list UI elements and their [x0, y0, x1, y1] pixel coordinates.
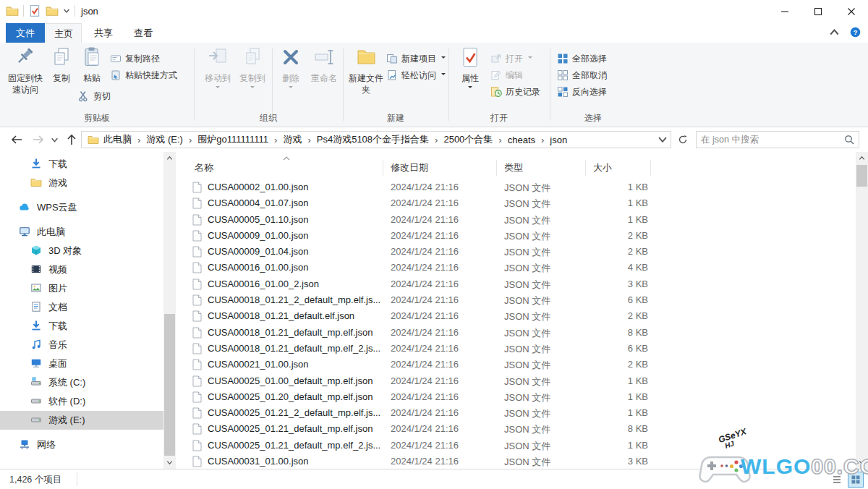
- sidebar-item-folder[interactable]: 游戏: [0, 174, 163, 192]
- file-row[interactable]: CUSA00025_01.21_default_mp.elf.json2024/…: [176, 421, 856, 437]
- file-row[interactable]: CUSA00016_01.00_2.json2024/1/24 21:16JSO…: [176, 276, 856, 292]
- delete-button[interactable]: 删除: [276, 46, 305, 90]
- breadcrumb-separator[interactable]: ›: [189, 135, 192, 145]
- column-header-type[interactable]: 类型: [504, 161, 523, 174]
- cut-button[interactable]: 剪切: [78, 89, 111, 103]
- file-row[interactable]: CUSA00018_01.21_2_default_mp.elf.js...20…: [176, 292, 856, 308]
- search-input[interactable]: [701, 135, 844, 145]
- file-row[interactable]: CUSA00005_01.10.json2024/1/24 21:16JSON …: [176, 212, 856, 228]
- qat-customize-chevron-icon[interactable]: [63, 7, 70, 14]
- new-folder-icon[interactable]: [46, 4, 59, 17]
- tab-view[interactable]: 查看: [125, 23, 161, 43]
- file-row[interactable]: CUSA00016_01.00.json2024/1/24 21:16JSON …: [176, 260, 856, 276]
- sidebar-item-network[interactable]: 网络: [0, 435, 163, 454]
- breadcrumb-separator[interactable]: ›: [274, 135, 277, 145]
- column-header-name[interactable]: 名称: [195, 161, 213, 174]
- file-row[interactable]: CUSA00025_01.21_default_mp.elf_2.js...20…: [176, 438, 856, 454]
- sidebar-item-download[interactable]: 下载: [0, 155, 163, 174]
- properties-button[interactable]: 属性: [454, 46, 486, 90]
- pin-to-quick-access-button[interactable]: 固定到快速访问: [4, 46, 46, 95]
- sidebar-item-music[interactable]: 音乐: [0, 336, 163, 354]
- minimize-button[interactable]: [768, 0, 801, 23]
- close-button[interactable]: [835, 0, 868, 23]
- sidebar-item-desktop[interactable]: 桌面: [0, 354, 163, 373]
- breadcrumb-separator[interactable]: ›: [307, 135, 310, 145]
- rename-button[interactable]: 重命名: [307, 46, 341, 85]
- paste-button[interactable]: 粘贴: [77, 46, 107, 85]
- copy-to-button[interactable]: 复制到: [236, 46, 269, 90]
- tab-share[interactable]: 共享: [85, 23, 122, 43]
- move-to-button[interactable]: 移动到: [201, 46, 234, 90]
- scroll-down-arrow[interactable]: [856, 456, 868, 469]
- open-button[interactable]: 打开: [490, 51, 532, 66]
- scroll-up-arrow[interactable]: [163, 152, 176, 164]
- select-none-button[interactable]: 全部取消: [557, 68, 607, 82]
- tab-file[interactable]: 文件: [6, 23, 45, 43]
- scrollbar-thumb[interactable]: [856, 165, 867, 187]
- paste-shortcut-button[interactable]: 粘贴快捷方式: [110, 68, 177, 82]
- back-button[interactable]: [10, 133, 23, 146]
- file-row[interactable]: CUSA00018_01.21_default_mp.elf_2.js...20…: [176, 341, 856, 357]
- edit-button[interactable]: 编辑: [490, 68, 523, 82]
- file-row[interactable]: CUSA00025_01.21_2_default_mp.elf.js...20…: [176, 405, 856, 421]
- sidebar-item-video[interactable]: 视频: [0, 260, 163, 279]
- sidebar-item-cloud[interactable]: WPS云盘: [0, 198, 163, 217]
- breadcrumb-separator[interactable]: ›: [541, 135, 544, 145]
- sidebar-item-doc[interactable]: 文档: [0, 298, 163, 317]
- sidebar-item-drive[interactable]: 游戏 (E:): [0, 411, 163, 430]
- file-row[interactable]: CUSA00002_01.00.json2024/1/24 21:16JSON …: [176, 179, 856, 195]
- file-row[interactable]: CUSA00025_01.00_default_mp.elf.json2024/…: [176, 373, 856, 389]
- breadcrumb-item[interactable]: cheats: [506, 135, 537, 145]
- collapse-ribbon-icon[interactable]: [829, 27, 840, 38]
- file-row[interactable]: CUSA00009_01.00.json2024/1/24 21:16JSON …: [176, 228, 856, 244]
- new-folder-button[interactable]: 新建文件夹: [349, 46, 383, 95]
- sidebar-scrollbar[interactable]: [163, 152, 176, 469]
- properties-icon[interactable]: [28, 4, 41, 17]
- breadcrumb-item[interactable]: 此电脑: [102, 133, 133, 146]
- easy-access-button[interactable]: 轻松访问: [386, 68, 446, 82]
- up-button[interactable]: [65, 133, 78, 146]
- maximize-button[interactable]: [801, 0, 835, 23]
- recent-locations-chevron-icon[interactable]: [51, 136, 59, 144]
- copy-path-button[interactable]: 复制路径: [110, 51, 160, 66]
- breadcrumb-item[interactable]: 游戏: [281, 133, 303, 146]
- list-scrollbar[interactable]: [856, 152, 868, 469]
- sidebar-item-pc[interactable]: 此电脑: [0, 223, 163, 242]
- refresh-button[interactable]: [674, 131, 692, 148]
- forward-button[interactable]: [32, 133, 45, 146]
- history-button[interactable]: 历史记录: [490, 85, 540, 99]
- file-row[interactable]: CUSA00009_01.04.json2024/1/24 21:16JSON …: [176, 244, 856, 260]
- new-item-button[interactable]: 新建项目: [386, 51, 446, 66]
- sidebar-item-drive-c[interactable]: 系统 (C:): [0, 373, 163, 392]
- column-header-size[interactable]: 大小: [593, 161, 612, 174]
- column-header-date[interactable]: 修改日期: [391, 161, 428, 174]
- file-row[interactable]: CUSA00031_01.00.json2024/1/24 21:16JSON …: [176, 454, 856, 469]
- breadcrumb-item[interactable]: 游戏 (E:): [145, 133, 184, 146]
- scroll-down-arrow[interactable]: [163, 456, 176, 469]
- file-row[interactable]: CUSA00021_01.00.json2024/1/24 21:16JSON …: [176, 357, 856, 373]
- breadcrumb-item[interactable]: Ps4游戏5108个金手指合集: [315, 133, 430, 146]
- address-dropdown-chevron-icon[interactable]: [658, 135, 668, 145]
- breadcrumb-item[interactable]: 2500个合集: [442, 133, 494, 146]
- details-view-button[interactable]: [829, 472, 845, 488]
- address-bar[interactable]: 此电脑›游戏 (E:)›围炉go111111111›游戏›Ps4游戏5108个金…: [81, 131, 671, 148]
- breadcrumb-separator[interactable]: ›: [435, 135, 438, 145]
- search-icon[interactable]: [844, 135, 854, 145]
- help-icon[interactable]: ?: [850, 27, 861, 38]
- breadcrumb-separator[interactable]: ›: [137, 135, 140, 145]
- scrollbar-thumb[interactable]: [164, 314, 175, 456]
- file-row[interactable]: CUSA00018_01.21_default.elf.json2024/1/2…: [176, 308, 856, 324]
- file-row[interactable]: CUSA00004_01.07.json2024/1/24 21:16JSON …: [176, 195, 856, 211]
- sidebar-item-picture[interactable]: 图片: [0, 279, 163, 298]
- thumbnail-view-button[interactable]: [848, 472, 864, 488]
- breadcrumb-item[interactable]: json: [548, 135, 569, 145]
- sidebar-item-drive[interactable]: 软件 (D:): [0, 392, 163, 411]
- search-box[interactable]: [696, 131, 859, 148]
- invert-selection-button[interactable]: 反向选择: [557, 85, 607, 99]
- breadcrumb-item[interactable]: 围炉go111111111: [196, 133, 270, 146]
- file-row[interactable]: CUSA00018_01.21_default_mp.elf.json2024/…: [176, 325, 856, 341]
- sidebar-item-download[interactable]: 下载: [0, 317, 163, 336]
- sidebar-item-cube[interactable]: 3D 对象: [0, 242, 163, 260]
- scroll-up-arrow[interactable]: [856, 152, 868, 164]
- breadcrumb-separator[interactable]: ›: [498, 135, 501, 145]
